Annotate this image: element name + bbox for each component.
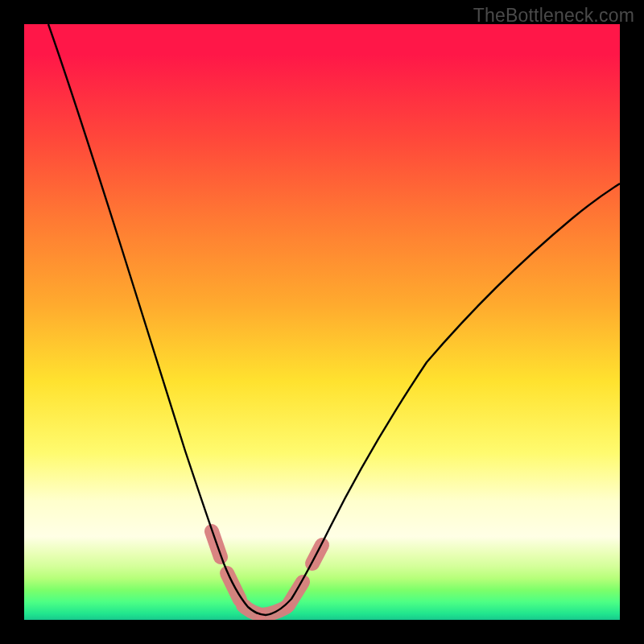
left-curve — [48, 24, 266, 615]
watermark-text: TheBottleneck.com — [473, 5, 634, 27]
right-curve — [266, 184, 620, 615]
chart-frame — [24, 24, 620, 620]
chart-svg — [24, 24, 620, 620]
